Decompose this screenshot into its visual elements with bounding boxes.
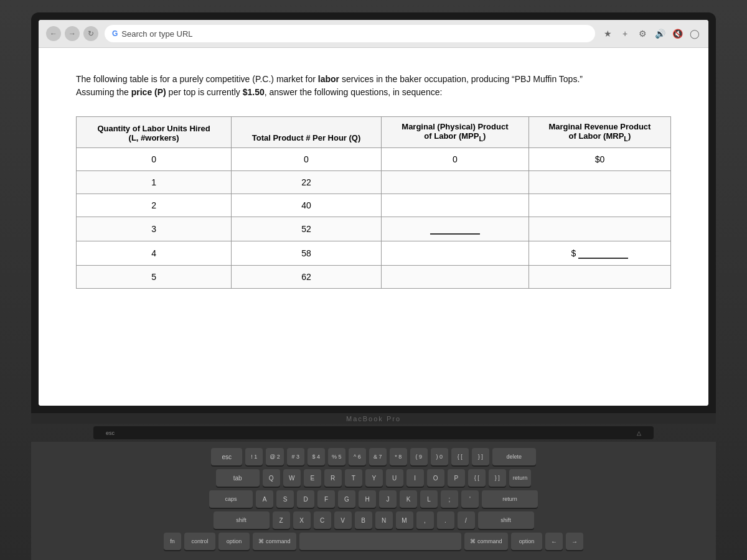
keyboard-area: esc ! 1 @ 2 # 3 $ 4 % 5 ^ 6 & 7 * 8 ( 9 …	[31, 442, 716, 560]
laptop-shell: ← → ↻ G Search or type URL ★ + ⚙ 🔊 🔇 ◯	[0, 0, 747, 560]
key-equals[interactable]: } ]	[472, 448, 489, 465]
key-fn[interactable]: fn	[164, 533, 181, 550]
keyboard-row-bottom: fn control option ⌘ command ⌘ command op…	[164, 533, 583, 550]
key-h[interactable]: H	[359, 490, 376, 508]
key-y[interactable]: Y	[365, 469, 383, 487]
key-t[interactable]: T	[345, 469, 362, 487]
key-c[interactable]: C	[314, 511, 331, 529]
key-rshift[interactable]: shift	[478, 511, 534, 529]
address-bar[interactable]: G Search or type URL	[105, 25, 595, 42]
key-4[interactable]: $ 4	[308, 448, 325, 465]
table-row: 3 52	[77, 217, 671, 241]
touchbar: esc △	[93, 426, 654, 439]
keyboard-row-qwerty: tab Q W E R T Y U I O P { [ } ] return	[216, 469, 532, 487]
key-semicolon[interactable]: ;	[441, 490, 458, 508]
key-x[interactable]: X	[293, 511, 311, 529]
key-d[interactable]: D	[297, 490, 314, 508]
cell-mrp-5	[529, 265, 670, 288]
key-l[interactable]: L	[420, 490, 438, 508]
key-w[interactable]: W	[283, 469, 301, 487]
key-3[interactable]: # 3	[287, 448, 304, 465]
key-option-right[interactable]: option	[511, 533, 542, 550]
key-z[interactable]: Z	[273, 511, 290, 529]
key-control[interactable]: control	[184, 533, 215, 550]
back-button[interactable]: ←	[46, 26, 61, 41]
cell-total-1: 22	[232, 170, 382, 194]
cell-mpp-3	[381, 217, 529, 241]
profile-icon[interactable]: ◯	[688, 27, 701, 40]
star-icon[interactable]: ★	[601, 27, 614, 40]
key-a[interactable]: A	[256, 490, 273, 508]
keyboard-row-numbers: esc ! 1 @ 2 # 3 $ 4 % 5 ^ 6 & 7 * 8 ( 9 …	[211, 448, 536, 465]
key-q[interactable]: Q	[263, 469, 280, 487]
key-delete[interactable]: delete	[492, 448, 536, 465]
col-header-qty: Quantity of Labor Units Hired (L, #worke…	[77, 117, 232, 148]
key-k[interactable]: K	[400, 490, 417, 508]
key-caps[interactable]: caps	[209, 490, 253, 508]
key-5[interactable]: % 5	[328, 448, 345, 465]
col-header-total: Total Product # Per Hour (Q)	[232, 117, 382, 148]
cell-qty-4: 4	[77, 241, 232, 265]
mute-icon[interactable]: 🔇	[671, 27, 684, 40]
key-command-right[interactable]: ⌘ command	[464, 533, 508, 550]
key-1[interactable]: ! 1	[245, 448, 263, 465]
key-0[interactable]: ) 0	[431, 448, 448, 465]
key-return2[interactable]: return	[482, 490, 538, 508]
cell-qty-1: 1	[77, 170, 232, 194]
key-right[interactable]: →	[566, 533, 583, 550]
forward-button[interactable]: →	[65, 26, 80, 41]
blank-mpp-3	[430, 223, 480, 235]
key-left[interactable]: ←	[545, 533, 563, 550]
key-option-left[interactable]: option	[218, 533, 250, 550]
cell-qty-3: 3	[77, 217, 232, 241]
cell-mrp-3	[529, 217, 670, 241]
settings-icon[interactable]: ⚙	[636, 27, 649, 40]
key-slash[interactable]: /	[458, 511, 475, 529]
key-b[interactable]: B	[355, 511, 372, 529]
key-p[interactable]: P	[448, 469, 465, 487]
refresh-button[interactable]: ↻	[83, 26, 98, 41]
key-return[interactable]: return	[509, 469, 532, 487]
intro-line1: The following table is for a purely comp…	[76, 74, 583, 84]
touchbar-center	[375, 430, 377, 436]
intro-paragraph: The following table is for a purely comp…	[76, 73, 671, 99]
key-2[interactable]: @ 2	[266, 448, 284, 465]
browser-nav-buttons: ← → ↻	[46, 26, 98, 41]
key-7[interactable]: & 7	[369, 448, 387, 465]
volume-icon[interactable]: 🔊	[654, 27, 666, 40]
key-j[interactable]: J	[379, 490, 397, 508]
key-n[interactable]: N	[375, 511, 393, 529]
key-i[interactable]: I	[406, 469, 424, 487]
touchbar-left: esc	[106, 430, 115, 436]
key-r[interactable]: R	[324, 469, 342, 487]
key-space[interactable]	[299, 533, 461, 550]
key-tab[interactable]: tab	[216, 469, 260, 487]
screen-bezel: ← → ↻ G Search or type URL ★ + ⚙ 🔊 🔇 ◯	[31, 12, 716, 413]
key-period[interactable]: .	[437, 511, 454, 529]
key-rbracket[interactable]: } ]	[489, 469, 506, 487]
key-8[interactable]: * 8	[390, 448, 407, 465]
key-lbracket[interactable]: { [	[468, 469, 486, 487]
key-9[interactable]: ( 9	[410, 448, 428, 465]
key-esc[interactable]: esc	[211, 448, 242, 465]
key-minus[interactable]: { [	[451, 448, 469, 465]
table-header-row: Quantity of Labor Units Hired (L, #worke…	[77, 117, 671, 148]
key-lshift[interactable]: shift	[214, 511, 270, 529]
cell-mrp-2	[529, 194, 670, 217]
key-command-left[interactable]: ⌘ command	[253, 533, 296, 550]
key-quote[interactable]: '	[461, 490, 479, 508]
key-s[interactable]: S	[276, 490, 294, 508]
key-o[interactable]: O	[427, 469, 444, 487]
key-g[interactable]: G	[338, 490, 355, 508]
key-6[interactable]: ^ 6	[349, 448, 366, 465]
key-u[interactable]: U	[386, 469, 403, 487]
plus-icon[interactable]: +	[619, 27, 631, 40]
intro-line2: Assuming the price (P) per top is curren…	[76, 87, 442, 97]
key-f[interactable]: F	[317, 490, 335, 508]
key-comma[interactable]: ,	[416, 511, 434, 529]
key-e[interactable]: E	[304, 469, 321, 487]
key-v[interactable]: V	[334, 511, 352, 529]
cell-total-4: 58	[232, 241, 382, 265]
cell-mrp-0: $0	[529, 147, 670, 170]
key-m[interactable]: M	[396, 511, 413, 529]
